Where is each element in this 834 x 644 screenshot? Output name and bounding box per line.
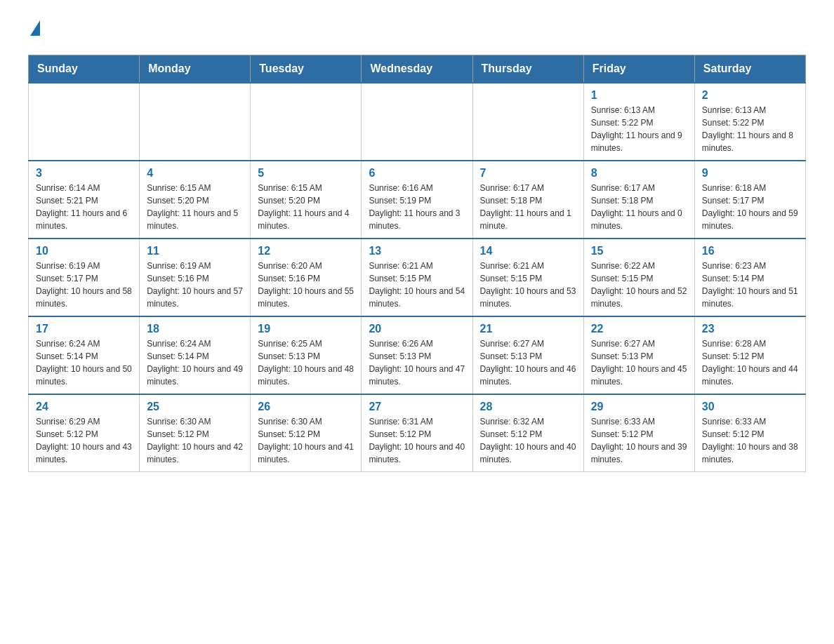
calendar-cell: 15Sunrise: 6:22 AMSunset: 5:15 PMDayligh… [583,239,694,316]
day-number: 29 [591,401,687,413]
day-number: 14 [480,245,576,257]
calendar-cell: 5Sunrise: 6:15 AMSunset: 5:20 PMDaylight… [251,161,362,239]
calendar-cell: 29Sunrise: 6:33 AMSunset: 5:12 PMDayligh… [583,394,694,472]
day-number: 3 [36,167,132,180]
day-info: Sunrise: 6:15 AMSunset: 5:20 PMDaylight:… [147,182,243,232]
day-info: Sunrise: 6:15 AMSunset: 5:20 PMDaylight:… [258,182,354,232]
day-number: 16 [702,245,798,257]
day-number: 11 [147,245,243,257]
weekday-header-monday: Monday [140,55,251,83]
weekday-header-saturday: Saturday [694,55,805,83]
calendar-cell: 14Sunrise: 6:21 AMSunset: 5:15 PMDayligh… [472,239,583,316]
day-number: 24 [36,401,132,413]
day-number: 28 [480,401,576,413]
calendar-cell: 30Sunrise: 6:33 AMSunset: 5:12 PMDayligh… [694,394,805,472]
day-number: 15 [591,245,687,257]
calendar-cell: 7Sunrise: 6:17 AMSunset: 5:18 PMDaylight… [472,161,583,239]
day-info: Sunrise: 6:31 AMSunset: 5:12 PMDaylight:… [369,415,465,466]
calendar-cell: 18Sunrise: 6:24 AMSunset: 5:14 PMDayligh… [140,316,251,394]
day-number: 8 [591,167,687,180]
logo-triangle-icon [30,20,40,36]
calendar-cell: 19Sunrise: 6:25 AMSunset: 5:13 PMDayligh… [251,316,362,394]
logo [28,21,40,41]
calendar-cell [251,83,362,161]
calendar-cell: 8Sunrise: 6:17 AMSunset: 5:18 PMDaylight… [583,161,694,239]
day-info: Sunrise: 6:22 AMSunset: 5:15 PMDaylight:… [591,260,687,310]
calendar-cell: 22Sunrise: 6:27 AMSunset: 5:13 PMDayligh… [583,316,694,394]
calendar-cell: 13Sunrise: 6:21 AMSunset: 5:15 PMDayligh… [362,239,472,316]
day-info: Sunrise: 6:28 AMSunset: 5:12 PMDaylight:… [702,337,798,388]
weekday-header-wednesday: Wednesday [362,55,472,83]
day-number: 2 [702,89,798,102]
calendar-week-row: 10Sunrise: 6:19 AMSunset: 5:17 PMDayligh… [29,239,806,316]
day-info: Sunrise: 6:18 AMSunset: 5:17 PMDaylight:… [702,182,798,232]
calendar-cell: 20Sunrise: 6:26 AMSunset: 5:13 PMDayligh… [362,316,472,394]
day-number: 10 [36,245,132,257]
calendar-cell: 17Sunrise: 6:24 AMSunset: 5:14 PMDayligh… [29,316,140,394]
day-info: Sunrise: 6:21 AMSunset: 5:15 PMDaylight:… [369,260,465,310]
page-header [28,21,806,41]
day-info: Sunrise: 6:27 AMSunset: 5:13 PMDaylight:… [591,337,687,388]
calendar-cell: 12Sunrise: 6:20 AMSunset: 5:16 PMDayligh… [251,239,362,316]
day-number: 5 [258,167,354,180]
calendar-week-row: 1Sunrise: 6:13 AMSunset: 5:22 PMDaylight… [29,83,806,161]
day-info: Sunrise: 6:27 AMSunset: 5:13 PMDaylight:… [480,337,576,388]
calendar-cell: 4Sunrise: 6:15 AMSunset: 5:20 PMDaylight… [140,161,251,239]
day-info: Sunrise: 6:29 AMSunset: 5:12 PMDaylight:… [36,415,132,466]
calendar-cell: 3Sunrise: 6:14 AMSunset: 5:21 PMDaylight… [29,161,140,239]
calendar-cell [29,83,140,161]
day-info: Sunrise: 6:33 AMSunset: 5:12 PMDaylight:… [702,415,798,466]
day-info: Sunrise: 6:24 AMSunset: 5:14 PMDaylight:… [147,337,243,388]
day-info: Sunrise: 6:19 AMSunset: 5:17 PMDaylight:… [36,260,132,310]
day-number: 12 [258,245,354,257]
day-info: Sunrise: 6:23 AMSunset: 5:14 PMDaylight:… [702,260,798,310]
calendar-cell: 27Sunrise: 6:31 AMSunset: 5:12 PMDayligh… [362,394,472,472]
day-number: 9 [702,167,798,180]
calendar-cell: 2Sunrise: 6:13 AMSunset: 5:22 PMDaylight… [694,83,805,161]
day-number: 26 [258,401,354,413]
day-info: Sunrise: 6:19 AMSunset: 5:16 PMDaylight:… [147,260,243,310]
calendar-cell: 28Sunrise: 6:32 AMSunset: 5:12 PMDayligh… [472,394,583,472]
calendar-cell: 23Sunrise: 6:28 AMSunset: 5:12 PMDayligh… [694,316,805,394]
day-info: Sunrise: 6:24 AMSunset: 5:14 PMDaylight:… [36,337,132,388]
day-number: 7 [480,167,576,180]
calendar-cell: 25Sunrise: 6:30 AMSunset: 5:12 PMDayligh… [140,394,251,472]
calendar-cell: 16Sunrise: 6:23 AMSunset: 5:14 PMDayligh… [694,239,805,316]
calendar-cell: 6Sunrise: 6:16 AMSunset: 5:19 PMDaylight… [362,161,472,239]
calendar-week-row: 3Sunrise: 6:14 AMSunset: 5:21 PMDaylight… [29,161,806,239]
calendar-cell: 11Sunrise: 6:19 AMSunset: 5:16 PMDayligh… [140,239,251,316]
day-number: 17 [36,323,132,335]
day-info: Sunrise: 6:33 AMSunset: 5:12 PMDaylight:… [591,415,687,466]
calendar-cell: 10Sunrise: 6:19 AMSunset: 5:17 PMDayligh… [29,239,140,316]
calendar-cell [472,83,583,161]
day-info: Sunrise: 6:26 AMSunset: 5:13 PMDaylight:… [369,337,465,388]
day-number: 21 [480,323,576,335]
weekday-header-sunday: Sunday [29,55,140,83]
calendar-cell: 1Sunrise: 6:13 AMSunset: 5:22 PMDaylight… [583,83,694,161]
day-number: 1 [591,89,687,102]
calendar-week-row: 17Sunrise: 6:24 AMSunset: 5:14 PMDayligh… [29,316,806,394]
day-info: Sunrise: 6:21 AMSunset: 5:15 PMDaylight:… [480,260,576,310]
day-info: Sunrise: 6:32 AMSunset: 5:12 PMDaylight:… [480,415,576,466]
day-number: 25 [147,401,243,413]
weekday-header-thursday: Thursday [472,55,583,83]
day-number: 19 [258,323,354,335]
calendar-cell: 24Sunrise: 6:29 AMSunset: 5:12 PMDayligh… [29,394,140,472]
day-info: Sunrise: 6:25 AMSunset: 5:13 PMDaylight:… [258,337,354,388]
day-number: 30 [702,401,798,413]
calendar-cell: 21Sunrise: 6:27 AMSunset: 5:13 PMDayligh… [472,316,583,394]
day-info: Sunrise: 6:17 AMSunset: 5:18 PMDaylight:… [591,182,687,232]
day-info: Sunrise: 6:16 AMSunset: 5:19 PMDaylight:… [369,182,465,232]
day-number: 6 [369,167,465,180]
day-info: Sunrise: 6:13 AMSunset: 5:22 PMDaylight:… [591,104,687,154]
day-info: Sunrise: 6:13 AMSunset: 5:22 PMDaylight:… [702,104,798,154]
day-number: 13 [369,245,465,257]
calendar-cell: 9Sunrise: 6:18 AMSunset: 5:17 PMDaylight… [694,161,805,239]
calendar-cell [140,83,251,161]
day-info: Sunrise: 6:14 AMSunset: 5:21 PMDaylight:… [36,182,132,232]
logo-general-text [28,21,40,41]
day-number: 27 [369,401,465,413]
calendar-cell [362,83,472,161]
weekday-header-tuesday: Tuesday [251,55,362,83]
day-number: 23 [702,323,798,335]
